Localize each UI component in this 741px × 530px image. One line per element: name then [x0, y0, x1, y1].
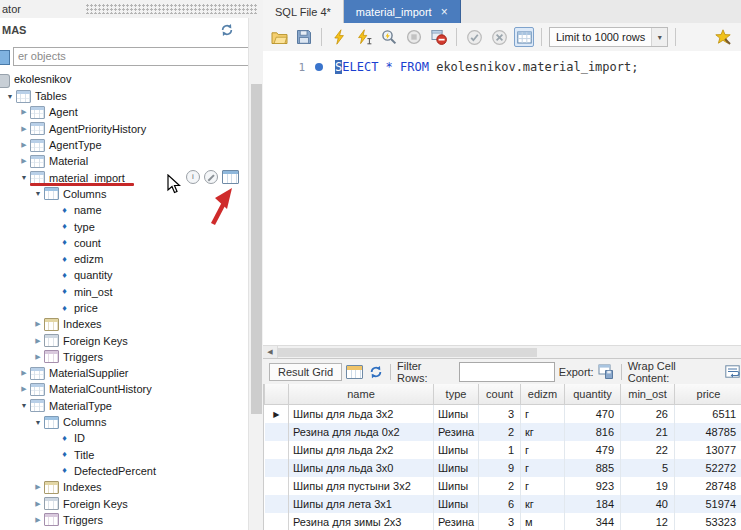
- expand-arrow-icon[interactable]: ▶: [18, 385, 30, 393]
- expand-arrow-icon[interactable]: ▶: [18, 141, 30, 149]
- grid-cell[interactable]: 51974: [675, 495, 741, 513]
- grid-cell[interactable]: 21: [621, 423, 675, 441]
- grid-cell[interactable]: 13077: [675, 441, 741, 459]
- navigator-scrollbar[interactable]: [248, 18, 264, 530]
- chevron-down-icon[interactable]: ▾: [651, 28, 667, 46]
- tree-item-agenttype[interactable]: ▶AgentType: [0, 137, 248, 153]
- expand-arrow-icon[interactable]: ▶: [32, 500, 44, 508]
- column-header-name[interactable]: name: [289, 384, 434, 405]
- refresh-grid-icon[interactable]: [367, 364, 384, 379]
- grid-cell[interactable]: 1: [479, 441, 521, 459]
- column-header-edizm[interactable]: edizm: [521, 384, 565, 405]
- table-settings-icon[interactable]: [204, 170, 218, 184]
- tree-item-title[interactable]: ♦Title: [0, 447, 248, 463]
- grid-cell[interactable]: кг: [521, 495, 565, 513]
- tree-item-min-ost[interactable]: ♦min_ost: [0, 284, 248, 300]
- expand-arrow-icon[interactable]: ▶: [18, 125, 30, 133]
- export-icon[interactable]: [598, 364, 615, 379]
- row-selector[interactable]: [265, 495, 289, 513]
- row-selector[interactable]: [265, 459, 289, 477]
- grid-cell[interactable]: Резина: [434, 513, 479, 530]
- tree-item-material[interactable]: ▶Material: [0, 153, 248, 169]
- hscrollbar-thumb[interactable]: [277, 348, 537, 357]
- grid-cell[interactable]: 3: [479, 405, 521, 424]
- grid-cell[interactable]: Шипы: [434, 405, 479, 424]
- grid-cell[interactable]: Шипы: [434, 495, 479, 513]
- beautify-script-icon[interactable]: [713, 27, 733, 47]
- collapse-arrow-icon[interactable]: ▼: [18, 402, 30, 409]
- expand-arrow-icon[interactable]: ▶: [32, 337, 44, 345]
- execute-current-icon[interactable]: [354, 27, 374, 47]
- editor-hscrollbar[interactable]: ◀: [263, 345, 741, 358]
- grid-cell[interactable]: Резина для зимы 2x3: [289, 513, 434, 530]
- tree-item-defectedpercent[interactable]: ♦DefectedPercent: [0, 463, 248, 479]
- grid-cell[interactable]: 53323: [675, 513, 741, 530]
- tab-material-import[interactable]: material_import ×: [344, 0, 461, 23]
- row-selector[interactable]: [265, 513, 289, 530]
- row-selector[interactable]: [265, 477, 289, 495]
- tree-item-agent[interactable]: ▶Agent: [0, 104, 248, 120]
- grid-cell[interactable]: Шипы: [434, 441, 479, 459]
- tree-item-indexes[interactable]: ▶Indexes: [0, 479, 248, 495]
- grid-cell[interactable]: 184: [565, 495, 621, 513]
- scroll-left-icon[interactable]: ◀: [263, 346, 278, 358]
- limit-rows-dropdown[interactable]: Limit to 1000 rows ▾: [549, 27, 668, 47]
- tree-item-foreign-keys[interactable]: ▶Foreign Keys: [0, 332, 248, 348]
- schema-name[interactable]: ekolesnikov: [14, 73, 71, 85]
- wrap-cell-content-icon[interactable]: [724, 364, 741, 379]
- grid-cell[interactable]: 470: [565, 405, 621, 424]
- tree-item-agentpriorityhistory[interactable]: ▶AgentPriorityHistory: [0, 121, 248, 137]
- filter-rows-input[interactable]: [459, 362, 555, 382]
- grid-cell[interactable]: Шипы для пустыни 3x2: [289, 477, 434, 495]
- row-selector-header[interactable]: [265, 384, 289, 405]
- grid-cell[interactable]: 9: [479, 459, 521, 477]
- grid-cell[interactable]: 885: [565, 459, 621, 477]
- column-header-price[interactable]: price: [675, 384, 741, 405]
- grid-cell[interactable]: 3: [479, 513, 521, 530]
- tree-item-material-import[interactable]: ▼material_importi: [0, 169, 248, 185]
- grid-cell[interactable]: 26: [621, 405, 675, 424]
- grid-cell[interactable]: г: [521, 477, 565, 495]
- row-selector[interactable]: [265, 441, 289, 459]
- grid-cell[interactable]: 2: [479, 423, 521, 441]
- save-script-icon[interactable]: [294, 27, 314, 47]
- tree-item-price[interactable]: ♦price: [0, 300, 248, 316]
- grid-cell[interactable]: 22: [621, 441, 675, 459]
- grid-cell[interactable]: 6: [479, 495, 521, 513]
- tree-item-columns[interactable]: ▼Columns: [0, 414, 248, 430]
- row-selector[interactable]: [265, 423, 289, 441]
- grid-cell[interactable]: 40: [621, 495, 675, 513]
- grid-cell[interactable]: Шипы: [434, 477, 479, 495]
- tree-item-triggers[interactable]: ▶Triggers: [0, 349, 248, 365]
- tree-item-indexes[interactable]: ▶Indexes: [0, 316, 248, 332]
- grid-cell[interactable]: Шипы для лета 3x1: [289, 495, 434, 513]
- expand-arrow-icon[interactable]: ▶: [18, 157, 30, 165]
- grid-cell[interactable]: 5: [621, 459, 675, 477]
- tree-item-foreign-keys[interactable]: ▶Foreign Keys: [0, 495, 248, 511]
- grid-cell[interactable]: 28748: [675, 477, 741, 495]
- sql-editor[interactable]: 1 SELECT * FROM ekolesnikov.material_imp…: [263, 51, 741, 345]
- toggle-stop-on-error-icon[interactable]: [429, 27, 449, 47]
- refresh-schemas-icon[interactable]: [220, 23, 234, 37]
- result-grid-tab[interactable]: Result Grid: [269, 363, 342, 381]
- scrollbar-thumb[interactable]: [251, 84, 262, 414]
- tab-sql-file-4[interactable]: SQL File 4*: [263, 0, 344, 23]
- tree-item-materialsupplier[interactable]: ▶MaterialSupplier: [0, 365, 248, 381]
- grid-cell[interactable]: 816: [565, 423, 621, 441]
- tree-item-quantity[interactable]: ♦quantity: [0, 267, 248, 283]
- grid-cell[interactable]: 6511: [675, 405, 741, 424]
- collapse-arrow-icon[interactable]: ▼: [18, 174, 30, 181]
- tree-item-materialtype[interactable]: ▼MaterialType: [0, 398, 248, 414]
- collapse-arrow-icon[interactable]: ▼: [32, 419, 44, 426]
- grid-cell[interactable]: 479: [565, 441, 621, 459]
- grid-cell[interactable]: г: [521, 405, 565, 424]
- table-info-icon[interactable]: i: [186, 170, 200, 184]
- filter-objects-input[interactable]: er objects: [13, 47, 249, 66]
- column-header-type[interactable]: type: [434, 384, 479, 405]
- expand-arrow-icon[interactable]: ▶: [32, 353, 44, 361]
- grid-cell[interactable]: м: [521, 513, 565, 530]
- row-selector[interactable]: ▶: [265, 405, 289, 424]
- expand-arrow-icon[interactable]: ▶: [18, 108, 30, 116]
- tree-item-id[interactable]: ♦ID: [0, 430, 248, 446]
- collapse-arrow-icon[interactable]: ▼: [32, 190, 44, 197]
